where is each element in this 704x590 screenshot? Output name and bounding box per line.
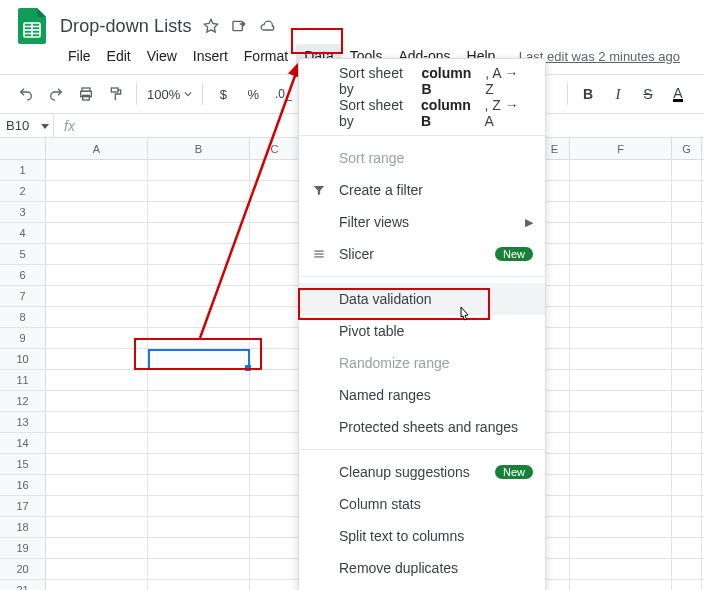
decrease-decimal-button[interactable]: .0_	[269, 80, 297, 108]
cell[interactable]	[570, 391, 672, 411]
cell[interactable]	[570, 370, 672, 390]
cell[interactable]	[672, 328, 702, 348]
cell[interactable]	[46, 580, 148, 590]
cell[interactable]	[250, 496, 300, 516]
cell[interactable]	[250, 454, 300, 474]
row-header[interactable]: 14	[0, 433, 46, 453]
cell[interactable]	[148, 412, 250, 432]
row-header[interactable]: 12	[0, 391, 46, 411]
cell[interactable]	[570, 496, 672, 516]
currency-button[interactable]: $	[209, 80, 237, 108]
menu-data-validation[interactable]: Data validation	[299, 283, 545, 315]
cell[interactable]	[672, 265, 702, 285]
cell[interactable]	[46, 433, 148, 453]
col-header[interactable]: F	[570, 138, 672, 159]
row-header[interactable]: 15	[0, 454, 46, 474]
cell[interactable]	[250, 349, 300, 369]
select-all-corner[interactable]	[0, 138, 46, 159]
menu-sort-az[interactable]: Sort sheet by column B, A → Z	[299, 65, 545, 97]
cell[interactable]	[148, 244, 250, 264]
cell[interactable]	[672, 559, 702, 579]
cell[interactable]	[148, 181, 250, 201]
cell[interactable]	[148, 475, 250, 495]
cell[interactable]	[250, 412, 300, 432]
cell[interactable]	[570, 181, 672, 201]
cell[interactable]	[46, 328, 148, 348]
cell[interactable]	[148, 454, 250, 474]
cell[interactable]	[672, 181, 702, 201]
menu-file[interactable]: File	[60, 44, 99, 68]
cell[interactable]	[570, 538, 672, 558]
cell[interactable]	[672, 538, 702, 558]
menu-protected-sheets[interactable]: Protected sheets and ranges	[299, 411, 545, 443]
cell[interactable]	[148, 517, 250, 537]
cell[interactable]	[250, 433, 300, 453]
cell[interactable]	[250, 202, 300, 222]
cell[interactable]	[570, 328, 672, 348]
cell[interactable]	[672, 286, 702, 306]
cell[interactable]	[570, 286, 672, 306]
cell[interactable]	[148, 433, 250, 453]
cell[interactable]	[672, 412, 702, 432]
cell[interactable]	[570, 244, 672, 264]
cell[interactable]	[46, 307, 148, 327]
row-header[interactable]: 13	[0, 412, 46, 432]
print-button[interactable]	[72, 80, 100, 108]
row-header[interactable]: 5	[0, 244, 46, 264]
cell[interactable]	[250, 181, 300, 201]
cell[interactable]	[570, 433, 672, 453]
cell[interactable]	[148, 370, 250, 390]
cell[interactable]	[46, 517, 148, 537]
cell[interactable]	[148, 160, 250, 180]
cell[interactable]	[148, 328, 250, 348]
col-header[interactable]: A	[46, 138, 148, 159]
cell[interactable]	[46, 412, 148, 432]
cell[interactable]	[570, 517, 672, 537]
cell[interactable]	[570, 349, 672, 369]
cell[interactable]	[148, 202, 250, 222]
cell[interactable]	[672, 307, 702, 327]
menu-edit[interactable]: Edit	[99, 44, 139, 68]
cell[interactable]	[46, 244, 148, 264]
move-icon[interactable]	[230, 17, 248, 35]
cell[interactable]	[672, 454, 702, 474]
cell[interactable]	[672, 517, 702, 537]
cell[interactable]	[250, 580, 300, 590]
menu-pivot-table[interactable]: Pivot table	[299, 315, 545, 347]
cell[interactable]	[672, 433, 702, 453]
cloud-saved-icon[interactable]	[258, 17, 276, 35]
row-header[interactable]: 20	[0, 559, 46, 579]
cell[interactable]	[250, 538, 300, 558]
cell[interactable]	[250, 244, 300, 264]
cell[interactable]	[46, 223, 148, 243]
cell[interactable]	[250, 559, 300, 579]
strikethrough-button[interactable]: S	[634, 80, 662, 108]
cell[interactable]	[672, 475, 702, 495]
row-header[interactable]: 6	[0, 265, 46, 285]
cell[interactable]	[148, 349, 250, 369]
cell[interactable]	[46, 496, 148, 516]
row-header[interactable]: 16	[0, 475, 46, 495]
row-header[interactable]: 18	[0, 517, 46, 537]
cell[interactable]	[46, 160, 148, 180]
row-header[interactable]: 4	[0, 223, 46, 243]
menu-filter-views[interactable]: Filter views ▶	[299, 206, 545, 238]
row-header[interactable]: 9	[0, 328, 46, 348]
col-header[interactable]: B	[148, 138, 250, 159]
cell[interactable]	[46, 475, 148, 495]
cell[interactable]	[570, 202, 672, 222]
cell[interactable]	[570, 412, 672, 432]
cell[interactable]	[148, 307, 250, 327]
menu-cleanup-suggestions[interactable]: Cleanup suggestions New	[299, 456, 545, 488]
cell[interactable]	[250, 286, 300, 306]
cell[interactable]	[570, 307, 672, 327]
cell[interactable]	[250, 370, 300, 390]
menu-sort-za[interactable]: Sort sheet by column B, Z → A	[299, 97, 545, 129]
row-header[interactable]: 1	[0, 160, 46, 180]
cell[interactable]	[570, 559, 672, 579]
cell[interactable]	[148, 559, 250, 579]
cell[interactable]	[570, 454, 672, 474]
row-header[interactable]: 11	[0, 370, 46, 390]
text-color-button[interactable]: A	[664, 80, 692, 108]
cell[interactable]	[250, 307, 300, 327]
